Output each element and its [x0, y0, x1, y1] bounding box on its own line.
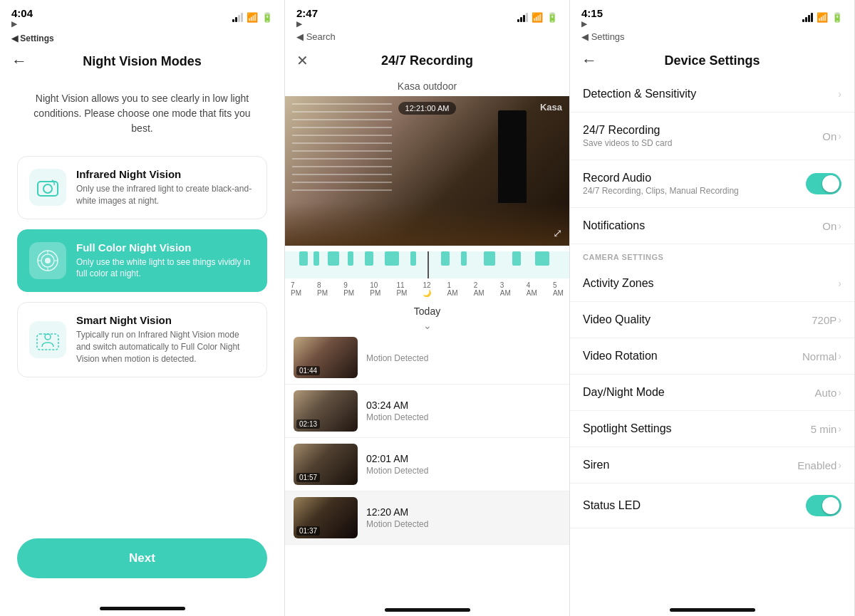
page-title-p3: Device Settings [664, 53, 760, 68]
infrared-option[interactable]: Infrared Night Vision Only use the infra… [17, 156, 267, 219]
notifications-value-text: On [822, 220, 836, 232]
full-color-option[interactable]: Full Color Night Vision Only use the whi… [17, 229, 267, 293]
timeline-event-9 [461, 251, 467, 266]
battery-icon-p2: 🔋 [546, 12, 558, 23]
siren-value-text: Enabled [797, 459, 836, 471]
location-icon-p2: ▶ [296, 20, 318, 28]
close-button-p2[interactable]: ✕ [296, 52, 309, 69]
rec-thumb-0: 01:44 [294, 337, 358, 378]
day-night-chevron-icon: › [838, 387, 841, 398]
back-nav-p1[interactable]: ◀ Settings [0, 31, 284, 46]
settings-video-rotation[interactable]: Video Rotation Normal › [570, 338, 854, 375]
wifi-icon-p3: 📶 [817, 12, 828, 23]
smart-option[interactable]: Smart Night Vision Typically run on Infr… [17, 302, 267, 377]
timeline-track[interactable] [285, 251, 569, 278]
timeline-event-2 [314, 251, 319, 266]
full-color-icon-box [29, 242, 66, 279]
activity-zones-chevron-icon: › [838, 278, 841, 289]
recording-item-3[interactable]: 01:37 12:20 AM Motion Detected [285, 491, 569, 545]
notifications-chevron-icon: › [838, 220, 841, 231]
back-nav-p2[interactable]: ◀ Search [285, 31, 569, 45]
siren-value: Enabled › [797, 459, 841, 471]
notifications-label-group: Notifications [583, 219, 645, 232]
time-p2: 2:47 [296, 7, 318, 19]
smart-title: Smart Night Vision [76, 314, 255, 326]
back-nav-p3[interactable]: ◀ Settings [570, 31, 854, 45]
status-led-label: Status LED [583, 499, 641, 512]
timeline-area: 7PM 8PM 9PM 10PM 11PM 12🌙 1AM 2AM 3AM 4A… [285, 246, 569, 300]
audio-label-group: Record Audio 24/7 Recording, Clips, Manu… [583, 172, 739, 196]
status-led-toggle[interactable] [806, 495, 841, 516]
timeline-event-5 [365, 251, 373, 266]
settings-siren[interactable]: Siren Enabled › [570, 447, 854, 484]
spotlight-chevron-icon: › [838, 423, 841, 434]
content-p1: Night Vision allows you to see clearly i… [0, 77, 284, 607]
notifications-label: Notifications [583, 219, 645, 232]
settings-status-led[interactable]: Status LED [570, 484, 854, 528]
timeline-event-10 [484, 251, 495, 266]
settings-activity-zones[interactable]: Activity Zones › [570, 266, 854, 302]
settings-day-night[interactable]: Day/Night Mode Auto › [570, 375, 854, 411]
back-button-p3[interactable]: ← [581, 51, 597, 70]
audio-toggle[interactable] [806, 173, 841, 194]
timeline-cursor[interactable] [428, 251, 429, 278]
today-chevron-icon[interactable]: ⌄ [285, 320, 569, 331]
audio-label: Record Audio [583, 172, 739, 184]
camera-name: Kasa outdoor [285, 76, 569, 96]
recording-value: On › [822, 130, 841, 142]
back-button-p1[interactable]: ← [11, 52, 27, 71]
fullscreen-icon[interactable]: ⤢ [553, 226, 562, 240]
video-quality-label: Video Quality [583, 313, 651, 326]
nav-bar-p1: ← Night Vision Modes [0, 46, 284, 77]
status-bar-p1: 4:04 ▶ 📶 🔋 [0, 0, 284, 31]
status-icons-p3: 📶 🔋 [802, 12, 843, 23]
status-icons-p1: 📶 🔋 [232, 12, 273, 23]
floor-gradient [285, 203, 569, 246]
signal-icon-p3 [802, 13, 813, 22]
recording-item-1[interactable]: 02:13 03:24 AM Motion Detected [285, 385, 569, 438]
settings-audio[interactable]: Record Audio 24/7 Recording, Clips, Manu… [570, 160, 854, 208]
detection-chevron-icon: › [838, 88, 841, 100]
spotlight-value-text: 5 min [811, 423, 837, 435]
infrared-title: Infrared Night Vision [76, 168, 255, 180]
rec-thumb-2: 01:57 [294, 444, 358, 485]
rec-time-2: 02:01 AM [366, 453, 561, 464]
rec-info-3: 12:20 AM Motion Detected [366, 506, 561, 529]
page-title-p2: 24/7 Recording [381, 53, 473, 68]
recording-label-group: 24/7 Recording Save videos to SD card [583, 124, 672, 148]
rec-event-0: Motion Detected [366, 353, 561, 363]
video-quality-chevron-icon: › [838, 314, 841, 325]
wifi-icon-p1: 📶 [247, 12, 258, 23]
person-camera-icon [35, 327, 61, 353]
day-night-value: Auto › [814, 387, 841, 399]
recording-item-0[interactable]: 01:44 Motion Detected [285, 331, 569, 385]
timeline-event-8 [441, 251, 450, 266]
settings-detection[interactable]: Detection & Sensitivity › [570, 76, 854, 113]
kasa-watermark: Kasa [540, 102, 562, 113]
location-icon-p3: ▶ [581, 20, 603, 28]
nav-bar-p3: ← Device Settings [570, 45, 854, 76]
video-quality-value-text: 720P [812, 314, 836, 326]
next-button[interactable]: Next [17, 538, 267, 578]
nav-bar-p2: ✕ 24/7 Recording [285, 45, 569, 76]
activity-zones-value: › [838, 278, 841, 289]
rec-event-1: Motion Detected [366, 412, 561, 422]
rec-duration-3: 01:37 [296, 526, 320, 536]
infrared-text: Infrared Night Vision Only use the infra… [76, 168, 255, 207]
timeline-event-7 [410, 251, 416, 266]
timeline-event-3 [328, 251, 339, 266]
settings-recording[interactable]: 24/7 Recording Save videos to SD card On… [570, 113, 854, 160]
svg-rect-5 [37, 334, 58, 350]
settings-spotlight[interactable]: Spotlight Settings 5 min › [570, 411, 854, 447]
svg-point-1 [43, 184, 52, 193]
home-indicator-p2 [385, 608, 470, 612]
recording-label: 24/7 Recording [583, 124, 672, 137]
settings-video-quality[interactable]: Video Quality 720P › [570, 302, 854, 338]
battery-icon-p3: 🔋 [831, 12, 843, 23]
smart-desc: Typically run on Infrared Night Vision m… [76, 329, 255, 365]
settings-notifications[interactable]: Notifications On › [570, 208, 854, 244]
recording-item-2[interactable]: 01:57 02:01 AM Motion Detected [285, 438, 569, 491]
video-container[interactable]: 12:21:00 AM Kasa ⤢ [285, 96, 569, 246]
detection-label-group: Detection & Sensitivity [583, 88, 696, 100]
rec-duration-2: 01:57 [296, 473, 320, 482]
